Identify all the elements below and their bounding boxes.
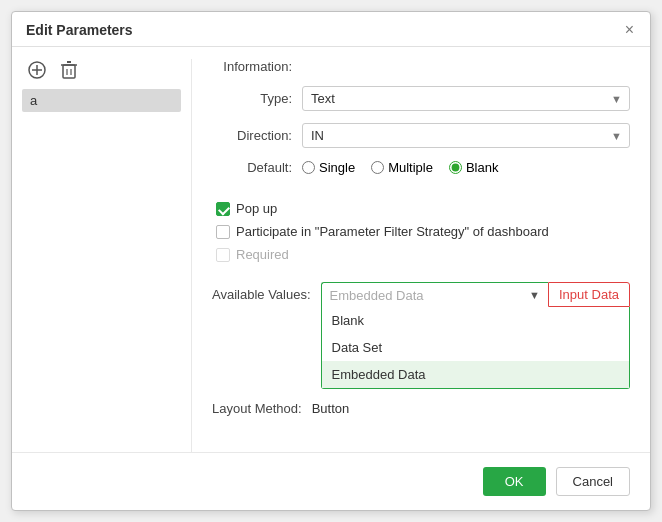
radio-multiple-label: Multiple [388, 160, 433, 175]
available-values-arrow-icon: ▼ [529, 289, 540, 301]
dropdown-item-blank[interactable]: Blank [322, 307, 629, 334]
title-bar: Edit Parameters × [12, 12, 650, 47]
dialog-footer: OK Cancel [12, 452, 650, 510]
layout-method-row: Layout Method: Button [212, 401, 630, 416]
add-icon [28, 61, 46, 79]
available-values-dropdown: Blank Data Set Embedded Data [321, 307, 630, 389]
required-row: Required [212, 247, 630, 262]
dropdown-item-embedded[interactable]: Embedded Data [322, 361, 629, 388]
dropdown-item-dataset[interactable]: Data Set [322, 334, 629, 361]
dialog-title: Edit Parameters [26, 22, 133, 38]
type-label: Type: [212, 91, 302, 106]
type-select-wrap: Text Number Date ▼ [302, 86, 630, 111]
default-radio-group: Single Multiple Blank [302, 160, 498, 175]
direction-label: Direction: [212, 128, 302, 143]
layout-method-label: Layout Method: [212, 401, 312, 416]
type-row: Type: Text Number Date ▼ [212, 86, 630, 111]
svg-rect-3 [63, 65, 75, 78]
cancel-button[interactable]: Cancel [556, 467, 630, 496]
layout-button-label: Button [312, 401, 350, 416]
ok-button[interactable]: OK [483, 467, 546, 496]
available-values-select-display[interactable]: Embedded Data ▼ [321, 282, 548, 307]
default-row: Default: Single Multiple Blank [212, 160, 630, 175]
layout-method-controls: Button [312, 401, 630, 416]
delete-button[interactable] [58, 59, 80, 81]
radio-multiple[interactable]: Multiple [371, 160, 433, 175]
radio-multiple-input[interactable] [371, 161, 384, 174]
left-toolbar [22, 59, 181, 81]
radio-single-label: Single [319, 160, 355, 175]
list-item[interactable]: a [22, 89, 181, 112]
popup-checkbox-icon[interactable] [216, 202, 230, 216]
required-checkbox-icon[interactable] [216, 248, 230, 262]
type-select[interactable]: Text Number Date [302, 86, 630, 111]
right-panel: Information: Type: Text Number Date ▼ Di… [192, 59, 650, 452]
available-values-placeholder: Embedded Data [330, 288, 424, 303]
edit-parameters-dialog: Edit Parameters × [11, 11, 651, 511]
close-button[interactable]: × [623, 22, 636, 38]
participate-checkbox-icon[interactable] [216, 225, 230, 239]
available-values-container: Embedded Data ▼ Input Data Blank Data Se… [321, 282, 630, 389]
radio-single-input[interactable] [302, 161, 315, 174]
information-label: Information: [212, 59, 302, 74]
direction-select[interactable]: IN OUT [302, 123, 630, 148]
delete-icon [61, 61, 77, 79]
direction-select-wrap: IN OUT ▼ [302, 123, 630, 148]
add-button[interactable] [26, 59, 48, 81]
left-panel: a [12, 59, 192, 452]
direction-row: Direction: IN OUT ▼ [212, 123, 630, 148]
required-label: Required [236, 247, 289, 262]
popup-row: Pop up [212, 201, 630, 216]
dialog-body: a Information: Type: Text Number Date ▼ [12, 47, 650, 452]
participate-row: Participate in "Parameter Filter Strateg… [212, 224, 630, 239]
information-row: Information: [212, 59, 630, 74]
participate-label[interactable]: Participate in "Parameter Filter Strateg… [236, 224, 549, 239]
popup-label[interactable]: Pop up [236, 201, 277, 216]
default-label: Default: [212, 160, 302, 175]
radio-blank-input[interactable] [449, 161, 462, 174]
available-values-top-row: Embedded Data ▼ Input Data [321, 282, 630, 307]
input-data-button[interactable]: Input Data [548, 282, 630, 307]
available-values-label: Available Values: [212, 282, 321, 302]
radio-single[interactable]: Single [302, 160, 355, 175]
list-item-label: a [30, 93, 37, 108]
radio-blank[interactable]: Blank [449, 160, 499, 175]
available-values-row: Available Values: Embedded Data ▼ Input … [212, 282, 630, 389]
radio-blank-label: Blank [466, 160, 499, 175]
